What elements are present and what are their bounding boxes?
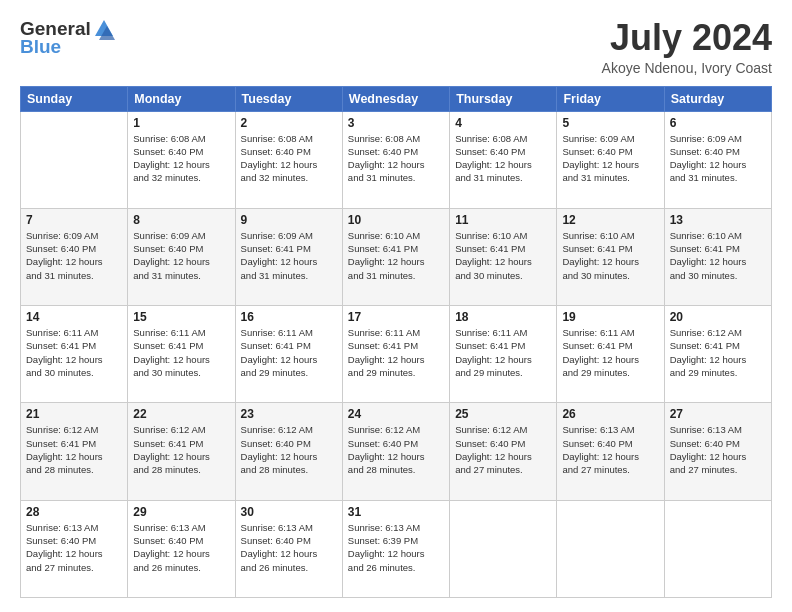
day-number: 1 (133, 116, 229, 130)
day-number: 29 (133, 505, 229, 519)
calendar-cell: 3Sunrise: 6:08 AMSunset: 6:40 PMDaylight… (342, 111, 449, 208)
cell-info: Sunrise: 6:13 AMSunset: 6:40 PMDaylight:… (562, 423, 658, 476)
day-number: 11 (455, 213, 551, 227)
day-number: 17 (348, 310, 444, 324)
calendar-cell: 24Sunrise: 6:12 AMSunset: 6:40 PMDayligh… (342, 403, 449, 500)
day-number: 19 (562, 310, 658, 324)
cell-info: Sunrise: 6:12 AMSunset: 6:41 PMDaylight:… (26, 423, 122, 476)
day-number: 6 (670, 116, 766, 130)
day-number: 26 (562, 407, 658, 421)
cell-info: Sunrise: 6:08 AMSunset: 6:40 PMDaylight:… (133, 132, 229, 185)
header-tuesday: Tuesday (235, 86, 342, 111)
calendar-cell: 27Sunrise: 6:13 AMSunset: 6:40 PMDayligh… (664, 403, 771, 500)
location-subtitle: Akoye Ndenou, Ivory Coast (602, 60, 772, 76)
calendar-cell: 8Sunrise: 6:09 AMSunset: 6:40 PMDaylight… (128, 208, 235, 305)
logo-blue: Blue (20, 36, 61, 58)
cell-info: Sunrise: 6:12 AMSunset: 6:40 PMDaylight:… (455, 423, 551, 476)
cell-info: Sunrise: 6:12 AMSunset: 6:41 PMDaylight:… (670, 326, 766, 379)
calendar-table: Sunday Monday Tuesday Wednesday Thursday… (20, 86, 772, 598)
logo: General Blue (20, 18, 117, 58)
header-wednesday: Wednesday (342, 86, 449, 111)
cell-info: Sunrise: 6:11 AMSunset: 6:41 PMDaylight:… (348, 326, 444, 379)
day-number: 9 (241, 213, 337, 227)
calendar-cell: 2Sunrise: 6:08 AMSunset: 6:40 PMDaylight… (235, 111, 342, 208)
day-number: 2 (241, 116, 337, 130)
calendar-cell: 12Sunrise: 6:10 AMSunset: 6:41 PMDayligh… (557, 208, 664, 305)
cell-info: Sunrise: 6:13 AMSunset: 6:40 PMDaylight:… (241, 521, 337, 574)
calendar-week-row: 21Sunrise: 6:12 AMSunset: 6:41 PMDayligh… (21, 403, 772, 500)
day-number: 14 (26, 310, 122, 324)
month-title: July 2024 (602, 18, 772, 58)
cell-info: Sunrise: 6:08 AMSunset: 6:40 PMDaylight:… (348, 132, 444, 185)
header-friday: Friday (557, 86, 664, 111)
day-number: 31 (348, 505, 444, 519)
calendar-cell: 29Sunrise: 6:13 AMSunset: 6:40 PMDayligh… (128, 500, 235, 597)
cell-info: Sunrise: 6:12 AMSunset: 6:40 PMDaylight:… (348, 423, 444, 476)
calendar-cell: 10Sunrise: 6:10 AMSunset: 6:41 PMDayligh… (342, 208, 449, 305)
calendar-cell: 1Sunrise: 6:08 AMSunset: 6:40 PMDaylight… (128, 111, 235, 208)
calendar-cell: 16Sunrise: 6:11 AMSunset: 6:41 PMDayligh… (235, 306, 342, 403)
day-number: 24 (348, 407, 444, 421)
calendar-cell: 17Sunrise: 6:11 AMSunset: 6:41 PMDayligh… (342, 306, 449, 403)
calendar-cell: 23Sunrise: 6:12 AMSunset: 6:40 PMDayligh… (235, 403, 342, 500)
calendar-week-row: 7Sunrise: 6:09 AMSunset: 6:40 PMDaylight… (21, 208, 772, 305)
cell-info: Sunrise: 6:10 AMSunset: 6:41 PMDaylight:… (670, 229, 766, 282)
calendar-cell: 20Sunrise: 6:12 AMSunset: 6:41 PMDayligh… (664, 306, 771, 403)
day-number: 10 (348, 213, 444, 227)
header-monday: Monday (128, 86, 235, 111)
day-number: 7 (26, 213, 122, 227)
header-sunday: Sunday (21, 86, 128, 111)
calendar-cell (21, 111, 128, 208)
calendar-cell: 15Sunrise: 6:11 AMSunset: 6:41 PMDayligh… (128, 306, 235, 403)
cell-info: Sunrise: 6:09 AMSunset: 6:40 PMDaylight:… (133, 229, 229, 282)
cell-info: Sunrise: 6:08 AMSunset: 6:40 PMDaylight:… (241, 132, 337, 185)
calendar-cell: 11Sunrise: 6:10 AMSunset: 6:41 PMDayligh… (450, 208, 557, 305)
calendar-cell: 25Sunrise: 6:12 AMSunset: 6:40 PMDayligh… (450, 403, 557, 500)
page: General Blue July 2024 Akoye Ndenou, Ivo… (0, 0, 792, 612)
calendar-cell: 31Sunrise: 6:13 AMSunset: 6:39 PMDayligh… (342, 500, 449, 597)
cell-info: Sunrise: 6:11 AMSunset: 6:41 PMDaylight:… (26, 326, 122, 379)
cell-info: Sunrise: 6:09 AMSunset: 6:40 PMDaylight:… (26, 229, 122, 282)
day-number: 28 (26, 505, 122, 519)
calendar-cell: 21Sunrise: 6:12 AMSunset: 6:41 PMDayligh… (21, 403, 128, 500)
cell-info: Sunrise: 6:11 AMSunset: 6:41 PMDaylight:… (241, 326, 337, 379)
cell-info: Sunrise: 6:11 AMSunset: 6:41 PMDaylight:… (562, 326, 658, 379)
day-number: 21 (26, 407, 122, 421)
day-number: 12 (562, 213, 658, 227)
calendar-cell: 19Sunrise: 6:11 AMSunset: 6:41 PMDayligh… (557, 306, 664, 403)
header-thursday: Thursday (450, 86, 557, 111)
day-number: 18 (455, 310, 551, 324)
cell-info: Sunrise: 6:09 AMSunset: 6:41 PMDaylight:… (241, 229, 337, 282)
calendar-cell: 7Sunrise: 6:09 AMSunset: 6:40 PMDaylight… (21, 208, 128, 305)
day-number: 13 (670, 213, 766, 227)
logo-icon (93, 18, 115, 40)
calendar-cell: 14Sunrise: 6:11 AMSunset: 6:41 PMDayligh… (21, 306, 128, 403)
day-number: 8 (133, 213, 229, 227)
day-number: 3 (348, 116, 444, 130)
calendar-cell: 9Sunrise: 6:09 AMSunset: 6:41 PMDaylight… (235, 208, 342, 305)
calendar-cell: 28Sunrise: 6:13 AMSunset: 6:40 PMDayligh… (21, 500, 128, 597)
calendar-week-row: 28Sunrise: 6:13 AMSunset: 6:40 PMDayligh… (21, 500, 772, 597)
cell-info: Sunrise: 6:12 AMSunset: 6:40 PMDaylight:… (241, 423, 337, 476)
day-number: 30 (241, 505, 337, 519)
calendar-cell: 22Sunrise: 6:12 AMSunset: 6:41 PMDayligh… (128, 403, 235, 500)
title-area: July 2024 Akoye Ndenou, Ivory Coast (602, 18, 772, 76)
calendar-cell (557, 500, 664, 597)
day-number: 23 (241, 407, 337, 421)
day-number: 4 (455, 116, 551, 130)
header: General Blue July 2024 Akoye Ndenou, Ivo… (20, 18, 772, 76)
calendar-cell: 5Sunrise: 6:09 AMSunset: 6:40 PMDaylight… (557, 111, 664, 208)
day-number: 25 (455, 407, 551, 421)
cell-info: Sunrise: 6:09 AMSunset: 6:40 PMDaylight:… (562, 132, 658, 185)
cell-info: Sunrise: 6:11 AMSunset: 6:41 PMDaylight:… (133, 326, 229, 379)
calendar-cell: 6Sunrise: 6:09 AMSunset: 6:40 PMDaylight… (664, 111, 771, 208)
calendar-cell: 30Sunrise: 6:13 AMSunset: 6:40 PMDayligh… (235, 500, 342, 597)
cell-info: Sunrise: 6:13 AMSunset: 6:40 PMDaylight:… (26, 521, 122, 574)
header-saturday: Saturday (664, 86, 771, 111)
day-number: 16 (241, 310, 337, 324)
cell-info: Sunrise: 6:11 AMSunset: 6:41 PMDaylight:… (455, 326, 551, 379)
calendar-week-row: 14Sunrise: 6:11 AMSunset: 6:41 PMDayligh… (21, 306, 772, 403)
cell-info: Sunrise: 6:10 AMSunset: 6:41 PMDaylight:… (562, 229, 658, 282)
calendar-cell (664, 500, 771, 597)
day-number: 5 (562, 116, 658, 130)
